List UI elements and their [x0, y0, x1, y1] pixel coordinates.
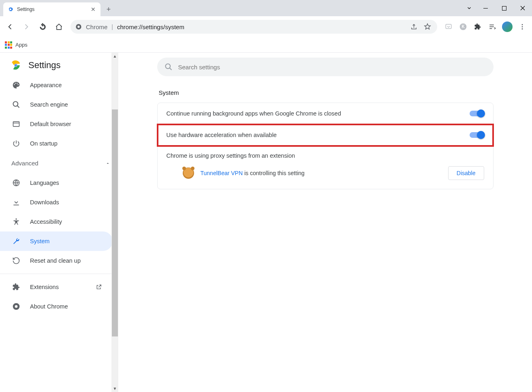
- sidebar-item-label: Reset and clean up: [30, 257, 81, 264]
- svg-rect-0: [483, 8, 488, 9]
- sidebar-item-search-engine[interactable]: Search engine: [0, 95, 113, 114]
- scroll-down-arrow[interactable]: ▼: [111, 385, 118, 392]
- sidebar-item-about[interactable]: About Chrome: [0, 297, 113, 316]
- setting-row-background-apps: Continue running background apps when Go…: [158, 103, 493, 124]
- puzzle-icon: [12, 283, 20, 291]
- search-settings-bar[interactable]: [157, 58, 494, 76]
- reload-button[interactable]: [36, 20, 49, 34]
- extension-suffix: is controlling this setting: [243, 170, 305, 176]
- chevron-down-icon[interactable]: [462, 2, 476, 14]
- extension-link[interactable]: TunnelBear VPN: [201, 170, 243, 176]
- svg-point-12: [15, 64, 17, 66]
- svg-rect-4: [446, 24, 451, 29]
- window-titlebar: Settings ✕ +: [0, 0, 532, 16]
- menu-dots-icon[interactable]: [516, 20, 529, 33]
- sidebar-item-downloads[interactable]: Downloads: [0, 193, 113, 212]
- window-controls: [462, 0, 532, 16]
- chrome-logo-icon: [11, 60, 21, 71]
- bookmark-star-icon[interactable]: [423, 23, 432, 30]
- profile-avatar[interactable]: [502, 21, 513, 32]
- bookmarks-bar: Apps: [0, 37, 532, 53]
- disable-button[interactable]: Disable: [448, 166, 484, 180]
- sidebar-item-system[interactable]: System: [0, 231, 113, 251]
- sidebar-item-label: Search engine: [30, 101, 68, 108]
- svg-point-9: [522, 28, 523, 30]
- section-label: Advanced: [11, 160, 38, 167]
- apps-grid-icon[interactable]: [5, 41, 12, 49]
- setting-row-proxy: Chrome is using proxy settings from an e…: [158, 146, 493, 189]
- svg-point-8: [522, 26, 523, 28]
- close-icon[interactable]: ✕: [90, 6, 96, 13]
- svg-point-13: [13, 102, 18, 107]
- settings-header: Settings: [0, 53, 118, 75]
- url-text: chrome://settings/system: [117, 24, 405, 30]
- sidebar-item-label: Accessibility: [30, 218, 62, 225]
- gear-icon: [7, 6, 14, 13]
- home-button[interactable]: [52, 20, 66, 34]
- restore-icon: [12, 257, 20, 265]
- sidebar-item-extensions[interactable]: Extensions: [0, 277, 113, 297]
- download-icon: [12, 198, 20, 206]
- maximize-button[interactable]: [495, 2, 513, 14]
- palette-icon: [12, 81, 20, 89]
- sidebar-item-label: About Chrome: [30, 303, 68, 310]
- k-badge-icon[interactable]: K: [457, 20, 470, 33]
- sidebar-item-label: On startup: [30, 140, 58, 147]
- svg-point-16: [15, 218, 17, 220]
- system-settings-card: Continue running background apps when Go…: [157, 103, 494, 189]
- svg-point-19: [165, 64, 170, 69]
- address-bar[interactable]: Chrome | chrome://settings/system: [71, 20, 437, 34]
- back-button[interactable]: [3, 20, 17, 34]
- svg-rect-14: [13, 122, 19, 126]
- browser-tab[interactable]: Settings ✕: [3, 2, 100, 16]
- toggle-hardware-accel[interactable]: [470, 132, 484, 138]
- external-link-icon: [96, 284, 102, 290]
- sidebar-item-label: Languages: [30, 180, 59, 186]
- scrollbar-thumb[interactable]: [112, 109, 118, 336]
- sidebar-item-languages[interactable]: Languages: [0, 173, 113, 193]
- apps-label[interactable]: Apps: [15, 42, 28, 48]
- toolbar-right: K: [442, 20, 529, 33]
- setting-label: Use hardware acceleration when available: [167, 132, 277, 138]
- proxy-label: Chrome is using proxy settings from an e…: [167, 152, 484, 159]
- minimize-button[interactable]: [476, 2, 495, 14]
- tab-title: Settings: [17, 6, 87, 12]
- wrench-icon: [12, 237, 20, 245]
- share-icon[interactable]: [409, 24, 419, 30]
- setting-label: Continue running background apps when Go…: [167, 110, 341, 117]
- extensions-icon[interactable]: [471, 20, 484, 33]
- sidebar-item-accessibility[interactable]: Accessibility: [0, 212, 113, 231]
- sidebar-item-label: System: [30, 238, 49, 244]
- svg-point-18: [15, 305, 18, 308]
- sidebar-section-advanced[interactable]: Advanced: [0, 153, 118, 173]
- scroll-up-arrow[interactable]: ▲: [111, 53, 118, 60]
- svg-rect-1: [502, 6, 506, 10]
- tunnelbear-icon: [183, 167, 194, 179]
- browser-icon: [12, 120, 20, 128]
- chevron-up-icon: [105, 161, 110, 166]
- power-icon: [12, 139, 20, 148]
- sidebar-item-label: Default browser: [30, 121, 71, 127]
- sidebar-item-reset[interactable]: Reset and clean up: [0, 251, 113, 270]
- sidebar-item-default-browser[interactable]: Default browser: [0, 114, 113, 134]
- sidebar-item-on-startup[interactable]: On startup: [0, 134, 113, 153]
- new-tab-button[interactable]: +: [103, 4, 114, 15]
- sidebar-scrollbar[interactable]: ▲ ▼: [111, 53, 118, 392]
- sidebar-item-label: Extensions: [30, 284, 59, 290]
- search-input[interactable]: [178, 64, 486, 71]
- chrome-small-icon: [12, 302, 20, 311]
- sidebar-item-label: Appearance: [30, 82, 62, 88]
- sidebar-item-appearance[interactable]: Appearance: [0, 75, 113, 95]
- proxy-extension-text: TunnelBear VPN is controlling this setti…: [201, 170, 305, 176]
- url-divider: |: [111, 24, 113, 30]
- page-title: Settings: [28, 60, 61, 71]
- reading-list-icon[interactable]: [486, 20, 499, 33]
- forward-button[interactable]: [19, 20, 33, 34]
- close-window-button[interactable]: [513, 2, 532, 14]
- settings-page: Settings Appearance Search engine Defaul…: [0, 53, 532, 392]
- pocket-icon[interactable]: [442, 20, 455, 33]
- settings-sidebar: Settings Appearance Search engine Defaul…: [0, 53, 118, 392]
- settings-content: System Continue running background apps …: [118, 53, 532, 392]
- chrome-icon: [75, 24, 82, 30]
- toggle-background-apps[interactable]: [470, 111, 484, 116]
